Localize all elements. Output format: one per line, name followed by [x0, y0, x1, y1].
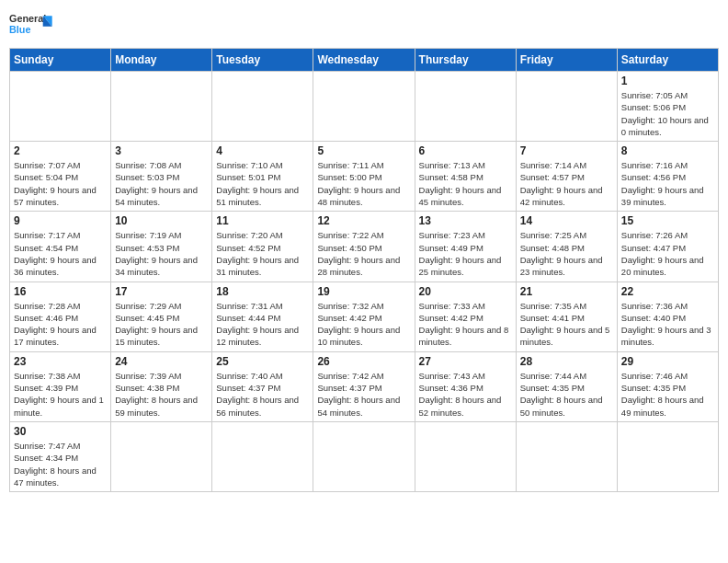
day-info: Sunrise: 7:13 AM Sunset: 4:58 PM Dayligh… — [419, 159, 512, 208]
calendar-day-cell — [313, 72, 415, 142]
weekday-header-cell: Thursday — [415, 49, 516, 72]
calendar-day-cell: 25Sunrise: 7:40 AM Sunset: 4:37 PM Dayli… — [212, 351, 313, 421]
day-number: 22 — [621, 285, 714, 298]
day-info: Sunrise: 7:40 AM Sunset: 4:37 PM Dayligh… — [216, 370, 309, 419]
day-info: Sunrise: 7:08 AM Sunset: 5:03 PM Dayligh… — [115, 159, 208, 208]
weekday-header-row: SundayMondayTuesdayWednesdayThursdayFrid… — [10, 49, 719, 72]
weekday-header-cell: Saturday — [617, 49, 718, 72]
calendar-day-cell: 3Sunrise: 7:08 AM Sunset: 5:03 PM Daylig… — [111, 142, 212, 212]
calendar-day-cell: 6Sunrise: 7:13 AM Sunset: 4:58 PM Daylig… — [415, 142, 516, 212]
day-number: 6 — [419, 144, 512, 157]
calendar-day-cell: 21Sunrise: 7:35 AM Sunset: 4:41 PM Dayli… — [516, 282, 617, 351]
day-number: 19 — [317, 285, 410, 298]
calendar-day-cell — [516, 72, 617, 142]
calendar-day-cell: 23Sunrise: 7:38 AM Sunset: 4:39 PM Dayli… — [10, 351, 111, 421]
day-number: 27 — [419, 355, 512, 368]
calendar-day-cell: 1Sunrise: 7:05 AM Sunset: 5:06 PM Daylig… — [617, 72, 718, 142]
calendar-day-cell: 27Sunrise: 7:43 AM Sunset: 4:36 PM Dayli… — [415, 351, 516, 421]
calendar-day-cell: 11Sunrise: 7:20 AM Sunset: 4:52 PM Dayli… — [212, 212, 313, 282]
calendar-day-cell: 18Sunrise: 7:31 AM Sunset: 4:44 PM Dayli… — [212, 282, 313, 351]
day-number: 12 — [317, 214, 410, 227]
day-info: Sunrise: 7:07 AM Sunset: 5:04 PM Dayligh… — [14, 159, 107, 208]
day-info: Sunrise: 7:22 AM Sunset: 4:50 PM Dayligh… — [317, 229, 410, 278]
calendar-day-cell: 22Sunrise: 7:36 AM Sunset: 4:40 PM Dayli… — [617, 282, 718, 351]
day-number: 1 — [621, 75, 714, 87]
day-number: 3 — [115, 144, 208, 157]
day-number: 20 — [419, 285, 512, 298]
svg-text:Blue: Blue — [9, 24, 30, 35]
calendar-day-cell: 14Sunrise: 7:25 AM Sunset: 4:48 PM Dayli… — [516, 212, 617, 282]
calendar-week-row: 1Sunrise: 7:05 AM Sunset: 5:06 PM Daylig… — [10, 72, 719, 142]
day-info: Sunrise: 7:10 AM Sunset: 5:01 PM Dayligh… — [216, 159, 309, 208]
calendar-day-cell: 8Sunrise: 7:16 AM Sunset: 4:56 PM Daylig… — [617, 142, 718, 212]
day-number: 7 — [520, 144, 613, 157]
day-info: Sunrise: 7:19 AM Sunset: 4:53 PM Dayligh… — [115, 229, 208, 278]
calendar-week-row: 2Sunrise: 7:07 AM Sunset: 5:04 PM Daylig… — [10, 142, 719, 212]
day-number: 9 — [14, 214, 107, 227]
day-info: Sunrise: 7:44 AM Sunset: 4:35 PM Dayligh… — [520, 370, 613, 419]
calendar-day-cell: 10Sunrise: 7:19 AM Sunset: 4:53 PM Dayli… — [111, 212, 212, 282]
calendar-week-row: 16Sunrise: 7:28 AM Sunset: 4:46 PM Dayli… — [10, 282, 719, 351]
calendar-day-cell: 16Sunrise: 7:28 AM Sunset: 4:46 PM Dayli… — [10, 282, 111, 351]
calendar-day-cell: 9Sunrise: 7:17 AM Sunset: 4:54 PM Daylig… — [10, 212, 111, 282]
calendar-day-cell: 19Sunrise: 7:32 AM Sunset: 4:42 PM Dayli… — [313, 282, 415, 351]
calendar-table: SundayMondayTuesdayWednesdayThursdayFrid… — [9, 48, 719, 492]
day-number: 16 — [14, 285, 107, 298]
calendar-day-cell — [415, 72, 516, 142]
weekday-header-cell: Tuesday — [212, 49, 313, 72]
calendar-day-cell — [516, 421, 617, 491]
day-info: Sunrise: 7:23 AM Sunset: 4:49 PM Dayligh… — [419, 229, 512, 278]
calendar-day-cell: 28Sunrise: 7:44 AM Sunset: 4:35 PM Dayli… — [516, 351, 617, 421]
day-number: 8 — [621, 144, 714, 157]
day-number: 26 — [317, 355, 410, 368]
day-number: 17 — [115, 285, 208, 298]
day-number: 13 — [419, 214, 512, 227]
day-info: Sunrise: 7:29 AM Sunset: 4:45 PM Dayligh… — [115, 300, 208, 349]
day-info: Sunrise: 7:33 AM Sunset: 4:42 PM Dayligh… — [419, 300, 512, 349]
day-number: 25 — [216, 355, 309, 368]
day-info: Sunrise: 7:43 AM Sunset: 4:36 PM Dayligh… — [419, 370, 512, 419]
day-info: Sunrise: 7:16 AM Sunset: 4:56 PM Dayligh… — [621, 159, 714, 208]
calendar-day-cell — [313, 421, 415, 491]
calendar-day-cell — [212, 72, 313, 142]
calendar-day-cell: 17Sunrise: 7:29 AM Sunset: 4:45 PM Dayli… — [111, 282, 212, 351]
day-info: Sunrise: 7:20 AM Sunset: 4:52 PM Dayligh… — [216, 229, 309, 278]
calendar-week-row: 23Sunrise: 7:38 AM Sunset: 4:39 PM Dayli… — [10, 351, 719, 421]
calendar-day-cell: 13Sunrise: 7:23 AM Sunset: 4:49 PM Dayli… — [415, 212, 516, 282]
weekday-header-cell: Monday — [111, 49, 212, 72]
svg-text:General: General — [9, 13, 46, 24]
day-number: 21 — [520, 285, 613, 298]
day-info: Sunrise: 7:17 AM Sunset: 4:54 PM Dayligh… — [14, 229, 107, 278]
generalblue-logo-icon: General Blue — [9, 9, 55, 42]
calendar-day-cell: 7Sunrise: 7:14 AM Sunset: 4:57 PM Daylig… — [516, 142, 617, 212]
calendar-week-row: 9Sunrise: 7:17 AM Sunset: 4:54 PM Daylig… — [10, 212, 719, 282]
calendar-day-cell: 30Sunrise: 7:47 AM Sunset: 4:34 PM Dayli… — [10, 421, 111, 491]
calendar-day-cell — [10, 72, 111, 142]
day-info: Sunrise: 7:35 AM Sunset: 4:41 PM Dayligh… — [520, 300, 613, 349]
day-number: 11 — [216, 214, 309, 227]
day-info: Sunrise: 7:36 AM Sunset: 4:40 PM Dayligh… — [621, 300, 714, 349]
calendar-day-cell — [415, 421, 516, 491]
calendar-day-cell — [212, 421, 313, 491]
calendar-day-cell — [111, 421, 212, 491]
day-number: 29 — [621, 355, 714, 368]
day-info: Sunrise: 7:32 AM Sunset: 4:42 PM Dayligh… — [317, 300, 410, 349]
day-number: 18 — [216, 285, 309, 298]
day-info: Sunrise: 7:28 AM Sunset: 4:46 PM Dayligh… — [14, 300, 107, 349]
day-info: Sunrise: 7:14 AM Sunset: 4:57 PM Dayligh… — [520, 159, 613, 208]
day-number: 24 — [115, 355, 208, 368]
day-info: Sunrise: 7:05 AM Sunset: 5:06 PM Dayligh… — [621, 89, 714, 138]
calendar-body: 1Sunrise: 7:05 AM Sunset: 5:06 PM Daylig… — [10, 72, 719, 492]
calendar-day-cell: 15Sunrise: 7:26 AM Sunset: 4:47 PM Dayli… — [617, 212, 718, 282]
weekday-header-cell: Wednesday — [313, 49, 415, 72]
day-info: Sunrise: 7:42 AM Sunset: 4:37 PM Dayligh… — [317, 370, 410, 419]
logo-area: General Blue — [9, 9, 55, 42]
page-header: General Blue — [9, 9, 719, 42]
day-number: 30 — [14, 425, 107, 438]
day-number: 28 — [520, 355, 613, 368]
day-number: 5 — [317, 144, 410, 157]
calendar-day-cell: 24Sunrise: 7:39 AM Sunset: 4:38 PM Dayli… — [111, 351, 212, 421]
day-info: Sunrise: 7:46 AM Sunset: 4:35 PM Dayligh… — [621, 370, 714, 419]
day-info: Sunrise: 7:39 AM Sunset: 4:38 PM Dayligh… — [115, 370, 208, 419]
calendar-day-cell: 12Sunrise: 7:22 AM Sunset: 4:50 PM Dayli… — [313, 212, 415, 282]
